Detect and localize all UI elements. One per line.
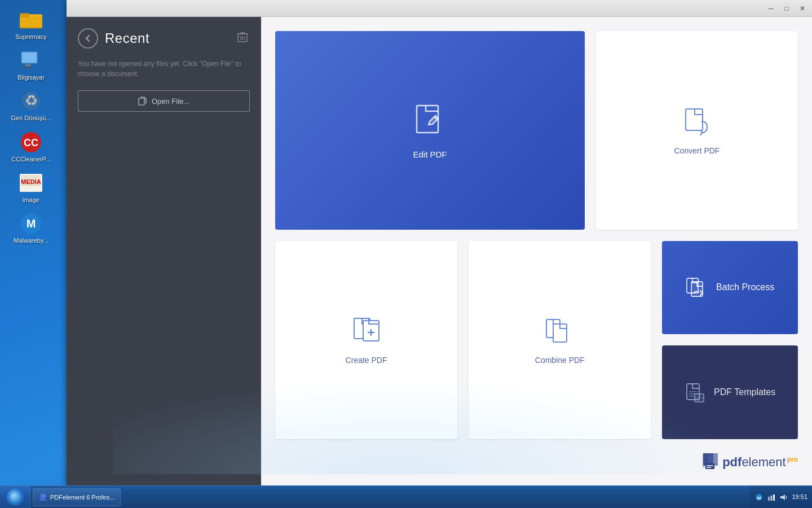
svg-rect-41 — [703, 453, 712, 456]
edit-pdf-tile[interactable]: Edit PDF — [275, 31, 585, 230]
svg-rect-52 — [771, 496, 773, 501]
taskbar-pdfelement[interactable]: PDFelement 6 Profes... — [33, 488, 121, 506]
svg-rect-51 — [768, 497, 770, 501]
svg-rect-42 — [702, 454, 713, 468]
desktop-icon-label: Malwareby... — [14, 237, 48, 244]
svg-rect-38 — [695, 394, 704, 402]
desktop-icon-label: CCCleanerP... — [11, 156, 51, 163]
tray-malwarebytes-icon[interactable]: M — [754, 493, 764, 502]
svg-rect-23 — [139, 98, 144, 105]
desktop-icon-label: Bilgisayar — [17, 74, 45, 81]
combine-pdf-label: Combine PDF — [535, 356, 585, 365]
start-button[interactable] — [0, 486, 30, 509]
desktop-icon-ccleaner[interactable]: CC CCCleanerP... — [6, 128, 56, 166]
sidebar-empty-message: You have not opened any files yet. Click… — [67, 54, 261, 90]
desktop-icon-supremacy[interactable]: Supremacy — [6, 6, 56, 43]
start-orb — [7, 489, 24, 506]
sidebar: Recent You have not opened any files yet… — [67, 17, 261, 485]
combine-pdf-tile[interactable]: Combine PDF — [469, 241, 651, 440]
main-content: Edit PDF Convert PDF — [261, 17, 812, 485]
svg-rect-6 — [25, 64, 31, 67]
sidebar-title: Recent — [105, 30, 149, 46]
maximize-button[interactable]: □ — [779, 3, 794, 14]
svg-text:♻: ♻ — [25, 92, 38, 109]
desktop-icon-recycle[interactable]: ♻ Geri Dönüşü... — [6, 87, 56, 125]
svg-rect-3 — [20, 14, 29, 18]
close-button[interactable]: ✕ — [795, 3, 810, 14]
svg-rect-53 — [773, 494, 775, 501]
svg-rect-43 — [703, 453, 713, 466]
desktop-icon-malwarebytes[interactable]: M Malwareby... — [6, 209, 56, 247]
taskbar-item-label: PDFelement 6 Profes... — [50, 494, 114, 501]
taskbar: PDFelement 6 Profes... M — [0, 485, 812, 508]
convert-pdf-label: Convert PDF — [674, 146, 720, 155]
desktop-icon-label: image — [23, 196, 39, 204]
pdf-element-logo-icon — [702, 453, 718, 471]
svg-rect-7 — [23, 67, 33, 68]
app-content: Recent You have not opened any files yet… — [67, 17, 812, 485]
taskbar-programs: PDFelement 6 Profes... — [30, 488, 750, 506]
tiles-bottom-row: Create PDF Combine PDF — [275, 241, 798, 440]
tiles-top-row: Edit PDF Convert PDF — [275, 31, 798, 230]
svg-text:MEDIA: MEDIA — [21, 178, 41, 185]
sidebar-header: Recent — [67, 17, 261, 54]
svg-rect-54 — [780, 496, 783, 498]
desktop-icon-bilgisayar[interactable]: Bilgisayar — [6, 46, 56, 84]
desktop-icons-area: Supremacy Bilgisayar ♻ Geri — [0, 0, 62, 452]
desktop-icon-label: Geri Dönüşü... — [11, 115, 51, 122]
recycle-icon: ♻ — [20, 90, 42, 112]
svg-rect-5 — [22, 52, 37, 63]
batch-process-tile[interactable]: Batch Process — [662, 241, 798, 335]
pdf-templates-label: PDF Templates — [714, 387, 775, 397]
svg-text:M: M — [757, 496, 761, 501]
trash-button[interactable] — [235, 29, 250, 48]
taskbar-tray: M 19:51 — [750, 486, 812, 509]
pdf-templates-tile[interactable]: PDF Templates — [662, 345, 798, 439]
svg-text:CC: CC — [24, 137, 38, 148]
svg-rect-2 — [20, 16, 42, 27]
ccleaner-icon: CC — [20, 131, 42, 154]
svg-rect-34 — [687, 384, 699, 400]
svg-text:M: M — [27, 217, 36, 230]
tiles-right-column: Batch Process — [662, 241, 798, 440]
minimize-button[interactable]: ─ — [764, 3, 778, 14]
title-bar: ─ □ ✕ — [67, 0, 812, 17]
desktop: Supremacy Bilgisayar ♻ Geri — [0, 0, 812, 508]
computer-icon — [20, 49, 42, 72]
tray-speaker-icon[interactable] — [779, 493, 788, 502]
logo-text: pdfelementpro — [722, 455, 798, 470]
folder-icon — [20, 8, 42, 31]
svg-rect-45 — [705, 463, 714, 469]
convert-pdf-tile[interactable]: Convert PDF — [596, 31, 798, 230]
app-window: ─ □ ✕ Recent — [67, 0, 812, 485]
back-button[interactable] — [78, 28, 98, 49]
desktop-icon-label: Supremacy — [15, 33, 47, 41]
desktop-icon-image[interactable]: MEDIA image — [6, 169, 56, 207]
create-pdf-label: Create PDF — [346, 356, 387, 365]
edit-pdf-label: Edit PDF — [413, 150, 447, 159]
create-pdf-tile[interactable]: Create PDF — [275, 241, 457, 440]
batch-process-label: Batch Process — [716, 282, 774, 292]
malwarebytes-icon: M — [20, 212, 42, 235]
open-file-button[interactable]: Open File... — [78, 90, 250, 112]
svg-rect-15 — [21, 186, 41, 191]
logo-area: pdfelementpro — [275, 450, 798, 474]
tray-time: 19:51 — [792, 493, 807, 501]
tray-network-icon[interactable] — [767, 493, 776, 502]
svg-rect-44 — [708, 453, 718, 466]
image-icon: MEDIA — [20, 172, 42, 194]
